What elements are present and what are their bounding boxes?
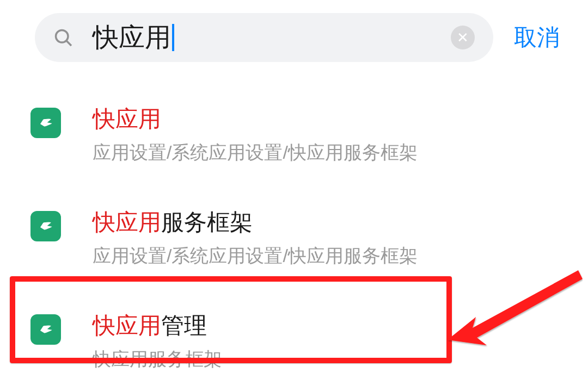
app-icon bbox=[30, 108, 61, 138]
text-cursor bbox=[172, 24, 174, 51]
result-title: 快应用 bbox=[93, 104, 558, 134]
svg-line-1 bbox=[66, 41, 71, 46]
title-rest: 服务框架 bbox=[161, 209, 253, 235]
app-icon bbox=[30, 211, 61, 241]
result-title: 快应用服务框架 bbox=[93, 208, 558, 238]
search-header: 快应用 ✕ 取消 bbox=[0, 0, 588, 75]
search-icon bbox=[53, 28, 73, 47]
result-path: 快应用服务框架 bbox=[93, 346, 558, 372]
result-text: 快应用管理 快应用服务框架 bbox=[93, 311, 558, 372]
title-highlight: 快应用 bbox=[93, 209, 161, 235]
title-highlight: 快应用 bbox=[93, 106, 161, 132]
cancel-button[interactable]: 取消 bbox=[509, 22, 571, 53]
app-icon bbox=[30, 314, 61, 345]
search-input[interactable]: 快应用 bbox=[93, 24, 451, 51]
result-title: 快应用管理 bbox=[93, 311, 558, 341]
title-rest: 管理 bbox=[161, 313, 207, 338]
result-path: 应用设置/系统应用设置/快应用服务框架 bbox=[93, 243, 558, 269]
result-row[interactable]: 快应用管理 快应用服务框架 bbox=[0, 298, 588, 373]
result-path: 应用设置/系统应用设置/快应用服务框架 bbox=[93, 140, 558, 166]
result-text: 快应用服务框架 应用设置/系统应用设置/快应用服务框架 bbox=[93, 208, 558, 269]
clear-button[interactable]: ✕ bbox=[451, 26, 475, 49]
results-list: 快应用 应用设置/系统应用设置/快应用服务框架 快应用服务框架 应用设置/系统应… bbox=[0, 75, 588, 373]
title-highlight: 快应用 bbox=[93, 313, 161, 338]
result-row[interactable]: 快应用服务框架 应用设置/系统应用设置/快应用服务框架 bbox=[0, 195, 588, 282]
close-icon: ✕ bbox=[457, 30, 469, 45]
result-row[interactable]: 快应用 应用设置/系统应用设置/快应用服务框架 bbox=[0, 91, 588, 178]
search-box[interactable]: 快应用 ✕ bbox=[35, 13, 493, 62]
result-text: 快应用 应用设置/系统应用设置/快应用服务框架 bbox=[93, 104, 558, 165]
search-value: 快应用 bbox=[93, 24, 171, 51]
svg-point-0 bbox=[56, 30, 69, 43]
